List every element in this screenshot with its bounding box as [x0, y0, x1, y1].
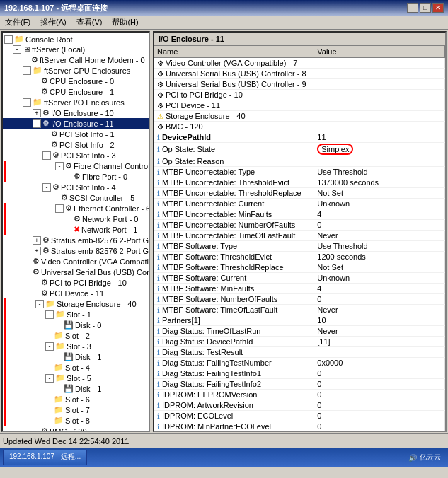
tree-item-slot2[interactable]: 📁 Slot - 2: [4, 330, 149, 341]
tree-item-disk1b[interactable]: 💾 Disk - 1: [4, 383, 149, 394]
expand-stratus-b[interactable]: +: [33, 247, 41, 255]
tree-item-slot8[interactable]: 📁 Slot - 8: [4, 415, 149, 426]
table-row[interactable]: ℹDiag Status: TestResult: [154, 347, 445, 358]
table-row[interactable]: ℹDiag Status: FailingTestInfo10: [154, 368, 445, 379]
tree-item-usb-ctrl8[interactable]: ⚙ Universal Serial Bus (USB) Controller …: [3, 267, 149, 277]
tree-item-console-root[interactable]: - 📁 Console Root: [3, 34, 149, 45]
tree-item-slot1[interactable]: - 📁 Slot - 1: [4, 309, 149, 320]
expand-pci-slot4[interactable]: -: [42, 183, 51, 192]
tree-item-net-port1[interactable]: ✖ Network Port - 1: [4, 224, 149, 235]
table-row[interactable]: ℹMTBF Software: ThresholdEvict1200 secon…: [154, 252, 445, 262]
table-row[interactable]: ⚙PCI Device - 11: [154, 100, 445, 111]
tree-item-pci-slot2[interactable]: ⚙ PCI Slot Info - 2: [3, 139, 149, 150]
expand-io-enc[interactable]: -: [23, 98, 31, 107]
tree-item-slot4[interactable]: 📁 Slot - 4: [4, 362, 149, 373]
menu-help[interactable]: 帮助(H): [110, 16, 140, 28]
tree-item-pci-slot4[interactable]: - ⚙ PCI Slot Info - 4: [3, 182, 149, 192]
table-row[interactable]: ℹIDPROM: ECOLevel0: [154, 411, 445, 421]
table-row[interactable]: ⚙Universal Serial Bus (USB) Controller -…: [154, 69, 445, 79]
taskbar-start[interactable]: 192.168.1.107 - 远程...: [3, 450, 87, 465]
tree-item-io11[interactable]: - ⚙ I/O Enclosure - 11: [3, 118, 149, 129]
window-controls[interactable]: _ □ ✕: [407, 3, 444, 13]
tree-item-cpu0[interactable]: ⚙ CPU Enclosure - 0: [3, 76, 149, 86]
maximize-button[interactable]: □: [420, 3, 431, 13]
tree-item-slot7[interactable]: 📁 Slot - 7: [4, 404, 149, 415]
table-row[interactable]: ℹMTBF Uncorrectable: TimeOfLastFaultNeve…: [154, 231, 445, 241]
expand-cpu-enc[interactable]: -: [23, 66, 31, 75]
tree-item-stratus-a[interactable]: + ⚙ Stratus emb-82576 2-Port Gigabit A..…: [3, 235, 149, 245]
table-row[interactable]: ℹMTBF Uncorrectable: TypeUse Threshold: [154, 167, 445, 177]
tree-item-pci-bridge[interactable]: ⚙ PCI to PCI Bridge - 10: [3, 277, 149, 288]
expand-console-root[interactable]: -: [4, 35, 13, 44]
table-row[interactable]: ℹOp State: StateSimplex: [154, 143, 445, 156]
expand-fc-ctrl[interactable]: -: [55, 162, 64, 170]
tree-item-cpu1[interactable]: ⚙ CPU Enclosure - 1: [3, 86, 149, 97]
tree-item-bmc[interactable]: ⚙ BMC - 120: [3, 426, 149, 432]
tree-item-disk0[interactable]: 💾 Disk - 0: [4, 320, 149, 330]
minimize-button[interactable]: _: [407, 3, 418, 13]
tree-item-cpu-enc[interactable]: - 📁 ftServer CPU Enclosures: [3, 65, 149, 76]
table-row[interactable]: ℹOp State: Reason: [154, 156, 445, 167]
expand-io11[interactable]: -: [33, 119, 41, 128]
tree-item-slot5[interactable]: - 📁 Slot - 5: [4, 373, 149, 383]
table-row[interactable]: ℹMTBF Uncorrectable: CurrentUnknown: [154, 199, 445, 209]
close-button[interactable]: ✕: [432, 3, 444, 13]
tree-item-slot6[interactable]: 📁 Slot - 6: [4, 394, 149, 404]
table-row[interactable]: ℹDevicePathId11: [154, 132, 445, 143]
tree-item-pci-device[interactable]: ⚙ PCI Device - 11: [3, 288, 149, 298]
tree-item-fc-ctrl[interactable]: - ⚙ Fibre Channel Controller - 3: [4, 161, 149, 171]
tree-panel[interactable]: - 📁 Console Root - 🖥 ftServer (Local) ⚙ …: [1, 31, 150, 432]
expand-slot1[interactable]: -: [45, 310, 54, 319]
expand-slot5[interactable]: -: [45, 374, 54, 383]
expand-io10[interactable]: +: [33, 109, 41, 117]
tree-item-io-enc[interactable]: - 📁 ftServer I/O Enclosures: [3, 97, 149, 107]
tree-item-eth-ctrl[interactable]: - ⚙ Ethernet Controller - 6: [4, 203, 149, 214]
table-row[interactable]: ℹMTBF Software: NumberOfFaults0: [154, 294, 445, 305]
expand-slot3[interactable]: -: [45, 342, 54, 351]
table-row[interactable]: ℹIDPROM: ArtworkRevision0: [154, 400, 445, 411]
tree-item-pci-slot1[interactable]: ⚙ PCI Slot Info - 1: [3, 129, 149, 139]
table-row[interactable]: ⚙Video Controller (VGA Compatible) - 7: [154, 58, 445, 69]
tree-item-stratus-b[interactable]: + ⚙ Stratus emb-82576 2-Port Gigabit A..…: [3, 245, 149, 256]
table-row[interactable]: ℹDiag Status: DevicePathId[11]: [154, 337, 445, 347]
table-row[interactable]: ⚙Universal Serial Bus (USB) Controller -…: [154, 79, 445, 90]
table-row[interactable]: ℹDiag Status: TimeOfLastRunNever: [154, 326, 445, 337]
table-row[interactable]: ⚙PCI to PCI Bridge - 10: [154, 90, 445, 100]
table-row[interactable]: ℹMTBF Uncorrectable: ThresholdEvict13700…: [154, 177, 445, 188]
table-row[interactable]: ℹMTBF Software: CurrentUnknown: [154, 273, 445, 284]
table-row[interactable]: ⚙BMC - 120: [154, 122, 445, 132]
table-row[interactable]: ℹMTBF Software: TypeUse Threshold: [154, 241, 445, 252]
table-row[interactable]: ℹMTBF Software: ThresholdReplaceNot Set: [154, 262, 445, 273]
tree-item-disk1[interactable]: 💾 Disk - 1: [4, 351, 149, 362]
tree-item-slot3[interactable]: - 📁 Slot - 3: [4, 341, 149, 351]
table-row[interactable]: ℹIDPROM: MinPartnerECOLevel0: [154, 421, 445, 431]
table-row[interactable]: ℹPartners[1]10: [154, 315, 445, 326]
expand-pci-slot3[interactable]: -: [42, 151, 51, 160]
tree-item-video-ctrl[interactable]: ⚙ Video Controller (VGA Compatible) - 7: [3, 256, 149, 267]
table-row[interactable]: ℹMTBF Uncorrectable: MinFaults4: [154, 209, 445, 220]
tree-item-io10[interactable]: + ⚙ I/O Enclosure - 10: [3, 107, 149, 118]
tree-item-callhome[interactable]: ⚙ ftServer Call Home Modem - 0: [3, 54, 149, 65]
right-scroll-area[interactable]: Name Value ⚙Video Controller (VGA Compat…: [154, 46, 445, 431]
table-row[interactable]: ℹMTBF Software: TimeOfLastFaultNever: [154, 305, 445, 315]
expand-eth-ctrl[interactable]: -: [55, 204, 64, 213]
tree-item-storage-enc[interactable]: - 📁 Storage Enclosure - 40: [4, 298, 149, 309]
table-row[interactable]: ℹMTBF Uncorrectable: ThresholdReplaceNot…: [154, 188, 445, 199]
expand-stratus-a[interactable]: +: [33, 236, 41, 245]
table-row[interactable]: ℹMTBF Uncorrectable: NumberOfFaults0: [154, 220, 445, 231]
tree-item-pci-slot3[interactable]: - ⚙ PCI Slot Info - 3: [3, 150, 149, 161]
table-row[interactable]: ℹDiag Status: FailingTestInfo20: [154, 379, 445, 390]
table-row[interactable]: ℹIDPROM: EEPROMVersion0: [154, 390, 445, 400]
tree-item-fibre-port[interactable]: ⚙ Fibre Port - 0: [4, 171, 149, 182]
table-row[interactable]: ℹMTBF Software: MinFaults4: [154, 284, 445, 294]
expand-storage-enc[interactable]: -: [35, 300, 44, 308]
menu-file[interactable]: 文件(F): [3, 16, 33, 28]
table-row[interactable]: ⚠Storage Enclosure - 40: [154, 111, 445, 122]
expand-ftserver[interactable]: -: [13, 45, 21, 54]
tree-item-scsi-ctrl[interactable]: ⚙ SCSI Controller - 5: [3, 192, 149, 203]
table-row[interactable]: ℹDiag Status: FailingTestNumber0x0000: [154, 358, 445, 368]
tree-item-net-port0[interactable]: ⚙ Network Port - 0: [4, 214, 149, 224]
tree-item-ftserver[interactable]: - 🖥 ftServer (Local): [3, 45, 149, 54]
menu-action[interactable]: 操作(A): [38, 16, 69, 28]
menu-view[interactable]: 查看(V): [74, 16, 105, 28]
